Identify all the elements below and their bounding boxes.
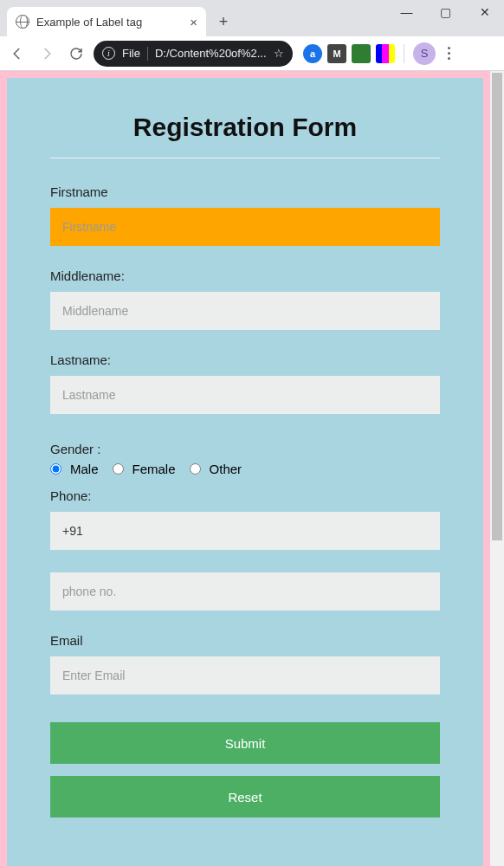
gender-male-radio[interactable] bbox=[50, 463, 61, 475]
tab-active[interactable]: Example of Label tag × bbox=[7, 7, 206, 36]
page-content: Registration Form Firstname Middlename: … bbox=[0, 71, 490, 866]
gender-label: Gender : bbox=[50, 442, 440, 456]
address-bar[interactable]: i File D:/Content%20of%2... ☆ bbox=[94, 41, 293, 67]
close-window-button[interactable]: ✕ bbox=[465, 0, 504, 24]
addr-separator bbox=[147, 47, 148, 61]
extension-m-icon[interactable]: M bbox=[327, 44, 346, 63]
titlebar: Example of Label tag × + — ▢ ✕ bbox=[0, 0, 504, 36]
back-button[interactable] bbox=[5, 42, 29, 66]
window-controls: — ▢ ✕ bbox=[387, 0, 504, 24]
new-tab-button[interactable]: + bbox=[211, 10, 236, 34]
chrome-menu-icon[interactable] bbox=[441, 47, 457, 60]
addr-prefix: File bbox=[122, 47, 140, 60]
page-title: Registration Form bbox=[50, 113, 440, 142]
forward-button[interactable] bbox=[35, 42, 59, 66]
scrollbar-thumb[interactable] bbox=[492, 73, 502, 540]
gender-other-label[interactable]: Other bbox=[210, 462, 242, 476]
gender-female-label[interactable]: Female bbox=[132, 462, 176, 476]
toolbar: i File D:/Content%20of%2... ☆ a M S bbox=[0, 36, 504, 71]
extension-color-icon[interactable] bbox=[376, 44, 395, 63]
firstname-label: Firstname bbox=[50, 184, 440, 199]
bookmark-star-icon[interactable]: ☆ bbox=[274, 47, 284, 60]
title-divider bbox=[50, 158, 440, 158]
extension-a-icon[interactable]: a bbox=[303, 44, 322, 63]
phone-prefix-input[interactable] bbox=[50, 512, 440, 550]
toolbar-separator bbox=[404, 44, 404, 63]
browser-window: Example of Label tag × + — ▢ ✕ i File D:… bbox=[0, 0, 504, 866]
profile-avatar[interactable]: S bbox=[413, 42, 436, 65]
email-label: Email bbox=[50, 633, 440, 648]
registration-form: Registration Form Firstname Middlename: … bbox=[7, 78, 483, 866]
gender-radio-group: Male Female Other bbox=[50, 462, 440, 476]
middlename-input[interactable] bbox=[50, 292, 440, 330]
email-input[interactable] bbox=[50, 656, 440, 695]
gender-male-label[interactable]: Male bbox=[70, 462, 99, 476]
lastname-label: Lastname: bbox=[50, 352, 440, 367]
lastname-input[interactable] bbox=[50, 376, 440, 414]
viewport: Registration Form Firstname Middlename: … bbox=[0, 71, 504, 866]
phone-number-input[interactable] bbox=[50, 572, 440, 611]
extension-g-icon[interactable] bbox=[352, 44, 371, 63]
maximize-button[interactable]: ▢ bbox=[426, 0, 465, 24]
addr-url: D:/Content%20of%2... bbox=[155, 47, 267, 60]
gender-other-radio[interactable] bbox=[190, 463, 201, 475]
middlename-label: Middlename: bbox=[50, 268, 440, 283]
site-info-icon[interactable]: i bbox=[102, 47, 115, 60]
reset-button[interactable]: Reset bbox=[50, 776, 440, 818]
reload-button[interactable] bbox=[64, 42, 88, 66]
globe-icon bbox=[16, 15, 29, 29]
outer-wrapper: Registration Form Firstname Middlename: … bbox=[0, 71, 490, 866]
firstname-input[interactable] bbox=[50, 208, 440, 246]
scrollbar[interactable] bbox=[490, 71, 504, 866]
tab-title: Example of Label tag bbox=[36, 16, 142, 29]
phone-label: Phone: bbox=[50, 488, 440, 503]
submit-button[interactable]: Submit bbox=[50, 722, 440, 764]
tab-strip: Example of Label tag × + bbox=[0, 5, 236, 36]
tab-close-icon[interactable]: × bbox=[190, 15, 197, 29]
minimize-button[interactable]: — bbox=[387, 0, 426, 24]
gender-female-radio[interactable] bbox=[113, 463, 124, 475]
extensions: a M S bbox=[303, 42, 457, 65]
